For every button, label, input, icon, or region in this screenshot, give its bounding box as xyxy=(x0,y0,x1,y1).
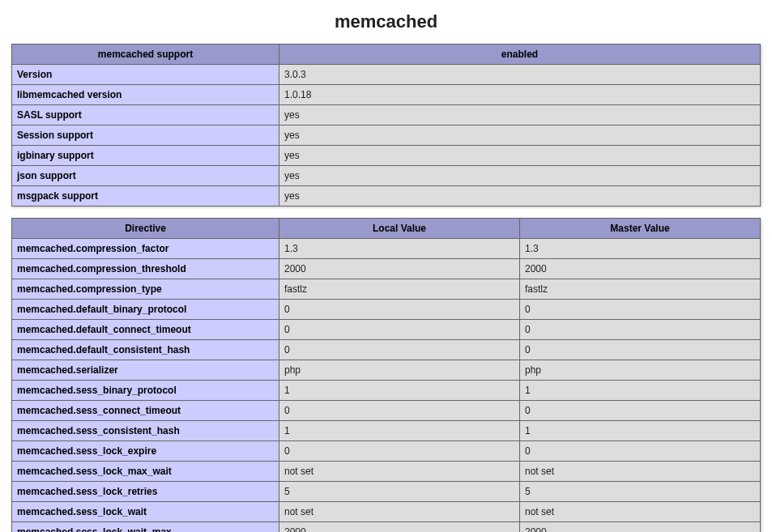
directive-local-value: php xyxy=(279,360,520,381)
directive-name: memcached.sess_lock_expire xyxy=(12,441,279,462)
table-row: igbinary supportyes xyxy=(12,146,761,166)
support-key: msgpack support xyxy=(12,186,279,206)
directive-name: memcached.default_connect_timeout xyxy=(12,320,279,340)
support-key: igbinary support xyxy=(12,146,279,166)
table-row: memcached.sess_lock_retries55 xyxy=(12,482,761,502)
directive-master-value: 1 xyxy=(520,421,761,441)
directive-local-value: 0 xyxy=(279,320,520,340)
directive-master-value: not set xyxy=(520,502,761,522)
table-row: memcached.compression_threshold20002000 xyxy=(12,259,761,279)
table-row: memcached.sess_lock_wait_max20002000 xyxy=(12,522,761,533)
table-header-row: Directive Local Value Master Value xyxy=(12,219,761,239)
directive-master-value: 5 xyxy=(520,482,761,502)
table-row: memcached.default_consistent_hash00 xyxy=(12,340,761,360)
directive-master-value: php xyxy=(520,360,761,381)
support-key: Session support xyxy=(12,126,279,146)
directive-name: memcached.sess_consistent_hash xyxy=(12,421,279,441)
directive-name: memcached.compression_threshold xyxy=(12,259,279,279)
directive-name: memcached.serializer xyxy=(12,360,279,381)
memcached-support-table: memcached support enabled Version3.0.3li… xyxy=(11,44,761,206)
directive-name: memcached.sess_lock_wait xyxy=(12,502,279,522)
directive-local-value: 5 xyxy=(279,482,520,502)
table-row: memcached.default_connect_timeout00 xyxy=(12,320,761,340)
table-row: memcached.serializerphpphp xyxy=(12,360,761,381)
directive-name: memcached.sess_lock_max_wait xyxy=(12,462,279,482)
directive-master-value: 0 xyxy=(520,300,761,320)
support-key: libmemcached version xyxy=(12,85,279,105)
directive-local-value: 1.3 xyxy=(279,239,520,259)
table-row: memcached.sess_consistent_hash11 xyxy=(12,421,761,441)
directive-name: memcached.compression_factor xyxy=(12,239,279,259)
directive-master-value: 1 xyxy=(520,381,761,401)
header-master-value: Master Value xyxy=(520,219,761,239)
directive-master-value: 2000 xyxy=(520,522,761,533)
support-value: yes xyxy=(279,105,761,126)
table-row: memcached.sess_binary_protocol11 xyxy=(12,381,761,401)
directive-local-value: 0 xyxy=(279,300,520,320)
directive-master-value: 0 xyxy=(520,320,761,340)
table-row: libmemcached version1.0.18 xyxy=(12,85,761,105)
header-support-value: enabled xyxy=(279,45,761,65)
directive-master-value: 0 xyxy=(520,340,761,360)
directive-name: memcached.sess_binary_protocol xyxy=(12,381,279,401)
directive-master-value: 1.3 xyxy=(520,239,761,259)
directive-master-value: 2000 xyxy=(520,259,761,279)
directive-local-value: not set xyxy=(279,462,520,482)
page-title: memcached xyxy=(11,11,761,32)
table-row: memcached.sess_lock_max_waitnot setnot s… xyxy=(12,462,761,482)
table-row: memcached.sess_connect_timeout00 xyxy=(12,401,761,421)
directive-name: memcached.sess_connect_timeout xyxy=(12,401,279,421)
memcached-directive-table: Directive Local Value Master Value memca… xyxy=(11,218,761,532)
directive-name: memcached.sess_lock_wait_max xyxy=(12,522,279,533)
support-value: yes xyxy=(279,146,761,166)
directive-local-value: not set xyxy=(279,502,520,522)
header-local-value: Local Value xyxy=(279,219,520,239)
support-value: 3.0.3 xyxy=(279,65,761,85)
table-row: memcached.compression_factor1.31.3 xyxy=(12,239,761,259)
table-row: json supportyes xyxy=(12,166,761,186)
header-support-label: memcached support xyxy=(12,45,279,65)
table-row: memcached.compression_typefastlzfastlz xyxy=(12,279,761,300)
support-key: SASL support xyxy=(12,105,279,126)
directive-master-value: 0 xyxy=(520,441,761,462)
support-value: yes xyxy=(279,166,761,186)
table-row: memcached.sess_lock_waitnot setnot set xyxy=(12,502,761,522)
directive-local-value: 0 xyxy=(279,441,520,462)
directive-local-value: 2000 xyxy=(279,259,520,279)
table-row: memcached.default_binary_protocol00 xyxy=(12,300,761,320)
directive-local-value: 0 xyxy=(279,401,520,421)
directive-local-value: 0 xyxy=(279,340,520,360)
table-row: SASL supportyes xyxy=(12,105,761,126)
directive-local-value: 1 xyxy=(279,381,520,401)
support-value: yes xyxy=(279,186,761,206)
table-header-row: memcached support enabled xyxy=(12,45,761,65)
support-value: 1.0.18 xyxy=(279,85,761,105)
table-row: msgpack supportyes xyxy=(12,186,761,206)
support-key: Version xyxy=(12,65,279,85)
directive-local-value: fastlz xyxy=(279,279,520,300)
table-row: memcached.sess_lock_expire00 xyxy=(12,441,761,462)
support-key: json support xyxy=(12,166,279,186)
directive-local-value: 1 xyxy=(279,421,520,441)
directive-name: memcached.default_consistent_hash xyxy=(12,340,279,360)
table-row: Version3.0.3 xyxy=(12,65,761,85)
directive-name: memcached.compression_type xyxy=(12,279,279,300)
directive-master-value: fastlz xyxy=(520,279,761,300)
directive-name: memcached.default_binary_protocol xyxy=(12,300,279,320)
header-directive: Directive xyxy=(12,219,279,239)
directive-master-value: 0 xyxy=(520,401,761,421)
support-value: yes xyxy=(279,126,761,146)
table-row: Session supportyes xyxy=(12,126,761,146)
directive-local-value: 2000 xyxy=(279,522,520,533)
directive-master-value: not set xyxy=(520,462,761,482)
directive-name: memcached.sess_lock_retries xyxy=(12,482,279,502)
